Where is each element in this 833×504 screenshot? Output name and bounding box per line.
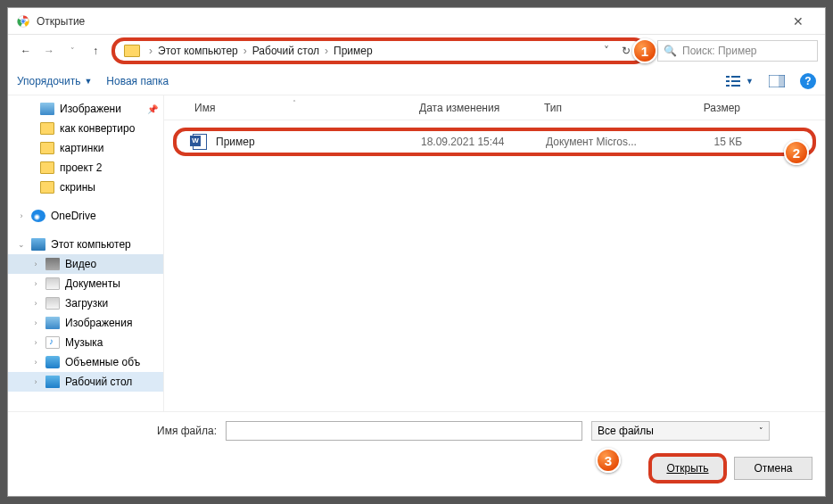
- svg-rect-4: [726, 80, 730, 82]
- annotation-badge-2: 2: [784, 140, 809, 165]
- open-button[interactable]: Открыть: [648, 453, 727, 483]
- sidebar-item-desktop[interactable]: ›Рабочий стол: [8, 372, 163, 392]
- back-button[interactable]: ←: [15, 40, 37, 62]
- sidebar: Изображени📌 как конвертиро картинки прое…: [8, 95, 164, 411]
- filename-input[interactable]: [226, 421, 582, 441]
- svg-rect-10: [779, 75, 785, 87]
- folder-icon: [124, 45, 140, 57]
- search-icon: 🔍: [664, 45, 677, 57]
- sidebar-item-this-pc[interactable]: ⌄Этот компьютер: [8, 235, 163, 254]
- recent-dropdown[interactable]: ˅: [62, 40, 83, 62]
- sidebar-item-music[interactable]: ›Музыка: [8, 333, 163, 352]
- chevron-right-icon: ›: [321, 45, 332, 57]
- svg-rect-7: [731, 80, 740, 82]
- up-button[interactable]: ↑: [85, 40, 106, 62]
- body: Изображени📌 как конвертиро картинки прое…: [8, 95, 825, 411]
- sidebar-item-project2[interactable]: проект 2: [8, 158, 163, 178]
- breadcrumb-pc[interactable]: Этот компьютер: [156, 45, 240, 57]
- address-bar[interactable]: › Этот компьютер › Рабочий стол › Пример…: [111, 37, 647, 64]
- svg-rect-5: [726, 85, 730, 87]
- chevron-down-icon: ˅: [759, 426, 763, 435]
- view-mode-button[interactable]: [724, 72, 742, 90]
- sidebar-item-downloads[interactable]: ›Загрузки: [8, 293, 163, 313]
- sidebar-item-documents[interactable]: ›Документы: [8, 274, 163, 293]
- window-title: Открытие: [37, 15, 780, 28]
- preview-pane-button[interactable]: [768, 72, 786, 90]
- search-placeholder: Поиск: Пример: [682, 45, 757, 57]
- nav-row: ← → ˅ ↑ › Этот компьютер › Рабочий стол …: [8, 35, 825, 67]
- file-type-filter[interactable]: Все файлы ˅: [591, 421, 770, 441]
- sidebar-item-screens[interactable]: скрины: [8, 178, 163, 197]
- new-folder-button[interactable]: Новая папка: [106, 75, 169, 87]
- chrome-icon: [17, 15, 29, 28]
- sidebar-item-pictures[interactable]: картинки: [8, 138, 163, 158]
- chevron-right-icon: ›: [145, 45, 156, 57]
- help-icon[interactable]: ?: [800, 73, 816, 89]
- file-name: Пример: [216, 136, 421, 148]
- search-input[interactable]: 🔍 Поиск: Пример: [657, 40, 818, 62]
- chevron-right-icon: ›: [240, 45, 251, 57]
- column-name[interactable]: Имя˄: [194, 102, 419, 114]
- breadcrumb-folder[interactable]: Пример: [332, 45, 375, 57]
- column-headers: Имя˄ Дата изменения Тип Размер: [164, 95, 825, 120]
- file-size: 15 КБ: [680, 136, 742, 148]
- sidebar-item-3d[interactable]: ›Объемные объ: [8, 352, 163, 372]
- column-type[interactable]: Тип: [544, 102, 678, 114]
- svg-rect-8: [731, 85, 740, 87]
- chevron-down-icon[interactable]: ▼: [84, 77, 92, 86]
- bottom-panel: Имя файла: Все файлы ˅ 3 Открыть Отмена: [8, 411, 825, 496]
- sidebar-item-video[interactable]: ›Видео: [8, 254, 163, 274]
- file-open-dialog: Открытие ✕ ← → ˅ ↑ › Этот компьютер › Ра…: [7, 7, 826, 497]
- file-pane: Имя˄ Дата изменения Тип Размер Пример 18…: [164, 95, 825, 411]
- titlebar: Открытие ✕: [8, 8, 825, 35]
- svg-rect-3: [726, 76, 730, 78]
- toolbar: Упорядочить ▼ Новая папка ▼ ?: [8, 67, 825, 95]
- filename-label: Имя файла:: [21, 425, 217, 437]
- file-row[interactable]: Пример 18.09.2021 15:44 Документ Micros.…: [173, 128, 816, 156]
- chevron-down-icon[interactable]: ▼: [746, 77, 754, 86]
- cancel-button[interactable]: Отмена: [734, 457, 812, 480]
- annotation-badge-1: 1: [632, 38, 657, 63]
- annotation-badge-3: 3: [596, 448, 621, 473]
- word-doc-icon: [193, 134, 207, 150]
- sidebar-item-convert[interactable]: как конвертиро: [8, 119, 163, 138]
- sidebar-item-onedrive[interactable]: ›OneDrive: [8, 206, 163, 226]
- sidebar-item-images-qa[interactable]: Изображени📌: [8, 99, 163, 119]
- column-date[interactable]: Дата изменения: [419, 102, 544, 114]
- column-size[interactable]: Размер: [678, 102, 758, 114]
- file-type: Документ Micros...: [546, 136, 680, 148]
- sort-asc-icon: ˄: [293, 99, 296, 107]
- pin-icon: 📌: [147, 104, 158, 114]
- svg-point-2: [21, 19, 26, 23]
- forward-button: →: [38, 40, 60, 62]
- close-icon[interactable]: ✕: [780, 14, 816, 29]
- svg-rect-6: [731, 76, 740, 78]
- sidebar-item-images[interactable]: ›Изображения: [8, 313, 163, 333]
- address-dropdown-icon[interactable]: ˅: [597, 45, 616, 57]
- open-button-label: Открыть: [666, 462, 708, 475]
- organize-button[interactable]: Упорядочить: [17, 75, 80, 87]
- file-date: 18.09.2021 15:44: [421, 136, 546, 148]
- breadcrumb-desktop[interactable]: Рабочий стол: [251, 45, 321, 57]
